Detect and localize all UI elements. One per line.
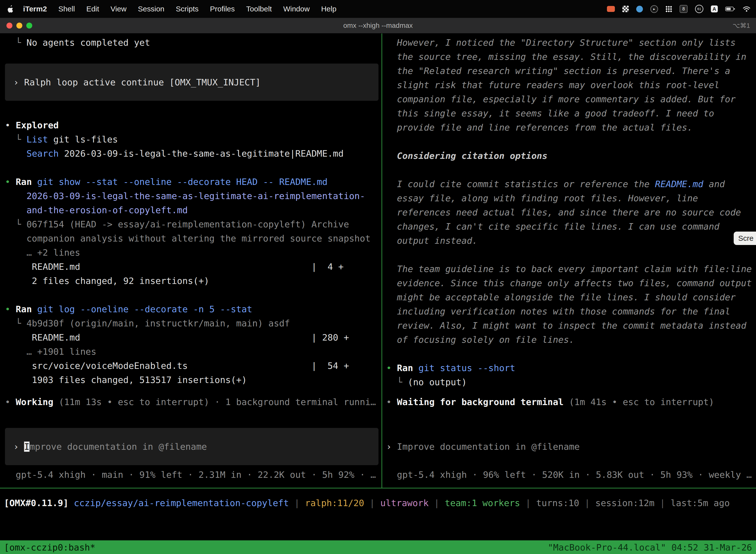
text-segment: └ [386, 377, 408, 387]
terminal-line: └ No agents completed yet [5, 36, 381, 50]
left-prompt-input[interactable]: › Improve documentation in @filename [5, 428, 378, 465]
text-segment: › [13, 442, 24, 452]
right-prompt-input[interactable]: › Improve documentation in @filename [386, 440, 756, 454]
text-segment: git show --stat --oneline --decorate HEA… [32, 177, 327, 187]
number-key-label: 8 [682, 6, 685, 12]
text-segment: Ran [397, 363, 413, 373]
text-segment: the "Related research writing" section i… [386, 66, 730, 76]
text-segment: gpt-5.4 xhigh · 96% left · 520K in · 5.8… [386, 469, 752, 480]
tmux-session-label[interactable]: [omx-cczip0:bash* [4, 542, 95, 553]
text-segment: gpt-5.4 xhigh · main · 91% left · 2.31M … [5, 469, 376, 480]
text-segment: git ls-files [48, 134, 118, 145]
right-pane-footer: • Waiting for background terminal (1m 41… [386, 395, 756, 482]
terminal-line: I could cite commit statistics or refere… [386, 177, 756, 191]
terminal-line: Search 2026-03-09-is-legal-the-same-as-l… [5, 147, 381, 161]
terminal-line: companion file, especially if more comme… [386, 92, 756, 106]
menu-item-scripts[interactable]: Scripts [170, 5, 204, 13]
menu-item-session[interactable]: Session [132, 5, 170, 13]
text-segment: ultrawork [380, 498, 429, 508]
left-pane[interactable]: └ No agents completed yet › Ralph loop a… [0, 34, 381, 488]
omx-status-pane: [OMX#0.11.9] cczip/essay/ai-reimplementa… [0, 489, 756, 540]
wifi-icon[interactable] [743, 6, 751, 12]
text-segment: Explored [16, 120, 59, 130]
text-segment: └ 067f154 (HEAD -> essay/ai-reimplementa… [5, 219, 349, 229]
terminal-line: 2 files changed, 92 insertions(+) [5, 274, 381, 288]
text-segment: › [13, 77, 24, 88]
text-segment: └ [5, 38, 26, 48]
checkerboard-icon[interactable] [622, 6, 629, 12]
terminal-line: └ 067f154 (HEAD -> essay/ai-reimplementa… [5, 217, 381, 231]
text-segment: • [5, 304, 16, 314]
text-segment: team:1 workers [445, 498, 520, 508]
text-segment: provide file and line references from th… [386, 122, 693, 132]
battery-gauge-icon[interactable]: 61 [695, 5, 703, 13]
number-key-icon[interactable]: 8 [680, 5, 688, 13]
terminal-line: of focusing solely on file lines. [386, 333, 756, 347]
text-segment: and [703, 179, 725, 189]
text-segment: Improve documentation in @filename [397, 442, 580, 452]
text-segment: (no output) [408, 377, 467, 387]
terminal-line [386, 248, 756, 262]
text-segment: changes, I can't cite specific file line… [386, 221, 719, 232]
right-pane-transcript: However, I noticed the "Directory Struct… [386, 36, 756, 389]
terminal-line: [OMX#0.11.9] cczip/essay/ai-reimplementa… [4, 496, 756, 510]
text-segment: Waiting for background terminal [397, 397, 564, 407]
left-pane-footer: • Working (11m 13s • esc to interrupt) ·… [5, 395, 381, 482]
dark-disc-icon[interactable]: ▸ [650, 5, 658, 13]
window-title-bar[interactable]: omx --xhigh --madmax ⌥⌘1 [0, 18, 756, 34]
menu-item-toolbelt[interactable]: Toolbelt [241, 5, 277, 13]
text-segment: src/voice/voiceModeEnabled.ts | 54 + [5, 361, 349, 371]
text-segment: • [5, 177, 16, 187]
screen-recording-icon[interactable] [607, 6, 615, 12]
text-segment: session:12m [595, 498, 654, 508]
text-segment: review. Also, I might want to inspect th… [386, 321, 746, 331]
terminal-line: • Ran git show --stat --oneline --decora… [5, 175, 381, 189]
text-segment: • [5, 120, 16, 130]
terminal-line: this single essay, it seems like a good … [386, 106, 756, 120]
menu-item-help[interactable]: Help [315, 5, 342, 13]
text-segment: (1m 41s • esc to interrupt) [564, 397, 714, 407]
text-segment: | [654, 498, 671, 508]
terminal-line [5, 288, 381, 302]
menu-item-window[interactable]: Window [277, 5, 315, 13]
screen-share-popup[interactable]: Scre [734, 232, 756, 245]
terminal-line: evidence. Since this change only affects… [386, 276, 756, 290]
menu-items: iTerm2ShellEditViewSessionScriptsProfile… [17, 5, 342, 13]
terminal-line [386, 163, 756, 177]
terminal-line: … +1901 lines [5, 344, 381, 359]
terminal-line: The team guideline is to back every impo… [386, 262, 756, 276]
menu-item-shell[interactable]: Shell [53, 5, 81, 13]
text-segment: evidence. Since this change only affects… [386, 278, 752, 288]
text-segment [5, 149, 26, 159]
tmux-panes: └ No agents completed yet › Ralph loop a… [0, 34, 756, 488]
menu-item-iterm2[interactable]: iTerm2 [17, 5, 53, 13]
text-segment: Search [26, 149, 59, 159]
text-segment: | [520, 498, 536, 508]
menu-item-profiles[interactable]: Profiles [204, 5, 240, 13]
text-segment: companion analysis without altering the … [5, 233, 371, 243]
text-segment: The team guideline is to back every impo… [386, 264, 752, 274]
battery-icon[interactable] [725, 6, 735, 11]
terminal-line: └ (no output) [386, 375, 756, 389]
terminal-line: companion analysis without altering the … [5, 231, 381, 245]
right-pane[interactable]: However, I noticed the "Directory Struct… [382, 34, 756, 488]
terminal-window[interactable]: └ No agents completed yet › Ralph loop a… [0, 34, 756, 554]
menu-item-edit[interactable]: Edit [81, 5, 105, 13]
text-segment: Working [16, 397, 53, 407]
text-segment: 1903 files changed, 513517 insertions(+) [5, 375, 247, 385]
terminal-line: including verification notes with those … [386, 304, 756, 319]
text-segment: README.md | 280 + [5, 332, 349, 342]
text-segment: However, I noticed the "Directory Struct… [386, 38, 736, 48]
text-segment: No agents completed yet [26, 38, 150, 48]
terminal-line: • Ran git log --oneline --decorate -n 5 … [5, 302, 381, 316]
input-source-icon[interactable]: A [711, 5, 718, 12]
text-segment: README.md [655, 179, 703, 189]
terminal-line: changes, I can't cite specific file line… [386, 219, 756, 233]
menu-item-view[interactable]: View [105, 5, 132, 13]
menu-bar-left: iTerm2ShellEditViewSessionScriptsProfile… [0, 5, 342, 13]
dots-grid-icon[interactable] [666, 6, 672, 12]
apple-icon[interactable] [0, 5, 17, 13]
waiting-status-line: • Waiting for background terminal (1m 41… [386, 395, 756, 409]
ralph-loop-banner[interactable]: › Ralph loop active continue [OMX_TMUX_I… [5, 63, 378, 101]
water-drop-icon[interactable] [636, 6, 643, 12]
